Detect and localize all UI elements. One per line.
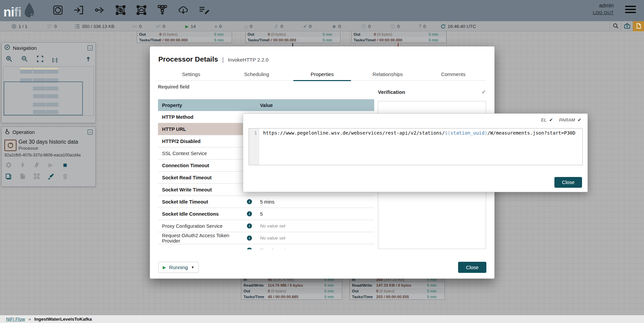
verification-title: Verification — [378, 89, 405, 95]
property-value-editor: EL ✔ PARAM ✔ 1 https://www.pegelonline.w… — [243, 113, 588, 192]
logo-text-ni: ni — [3, 4, 14, 20]
info-icon[interactable]: i — [247, 236, 252, 241]
zoom-actual-icon: |:| — [52, 57, 58, 63]
verification-check-icon: ✔ — [482, 89, 486, 95]
document-icon — [636, 23, 642, 30]
breadcrumb-separator: » — [28, 317, 31, 322]
up-to-date-icon: ✔ — [303, 24, 307, 29]
selected-component-id: 92a2cfb5-407b-337d-8606-eaca100acd4a — [4, 153, 93, 157]
run-state-dropdown[interactable]: ▶ Running ▼ — [158, 262, 199, 273]
stat-label: Tasks/Time — [354, 38, 373, 42]
el-supported-badge: EL ✔ — [541, 117, 553, 122]
tab-properties[interactable]: Properties — [289, 68, 355, 80]
stat-window: 5 min — [323, 38, 338, 42]
stat-label: Tasks/Time — [244, 295, 268, 299]
stat-value: 0 / 00:00:00.000 — [159, 38, 214, 42]
breadcrumb-root-link: NiFi Flow — [6, 317, 25, 322]
check-icon: ✔ — [548, 117, 553, 122]
info-icon[interactable]: i — [247, 199, 252, 204]
configure-icon — [4, 161, 12, 169]
stat-label: Out — [248, 32, 267, 36]
selected-component-type: Processor — [19, 146, 93, 151]
stat-row: Tasks/Time0 / 00:00:00.0005 min — [352, 37, 446, 43]
info-icon[interactable]: i — [247, 223, 252, 228]
stat-row: Out0 (0 bytes)5 min — [352, 31, 446, 37]
minimap-viewport — [4, 81, 83, 115]
stat-window: 5 min — [324, 295, 340, 299]
property-row-clipped[interactable]: iNo value set — [158, 244, 374, 249]
transmitting-count: 0 — [132, 21, 142, 31]
bulletin-panel-button — [633, 21, 644, 31]
nifi-droplet-icon — [21, 2, 37, 20]
stat-window: 5 min — [214, 32, 230, 36]
copy-icon — [4, 172, 12, 180]
required-field-label: Required field — [158, 84, 189, 89]
dialog-close-button[interactable]: Close — [458, 262, 486, 273]
editor-close-button[interactable]: Close — [554, 177, 582, 188]
stat-value: 45 / 00:00:00.885 — [268, 295, 324, 299]
info-icon[interactable]: i — [247, 211, 252, 216]
stat-window: 5 min — [324, 289, 340, 293]
dialog-subtitle: InvokeHTTP 2.2.0 — [228, 57, 268, 63]
cluster-icon — [11, 24, 17, 29]
locally-modified-stale-count: 0 — [390, 21, 400, 31]
not-transmitting-count: 0 — [156, 21, 165, 31]
stat-window: 5 min — [427, 295, 443, 299]
leave-group-icon — [85, 56, 91, 63]
column-value: Value — [256, 103, 273, 108]
run-state-label: Running — [169, 264, 188, 270]
cluster-status: 1 / 1 — [11, 21, 27, 31]
toolbox-icon — [624, 23, 631, 30]
property-row-oauth2-token-provider[interactable]: Request OAuth2 Access Token ProvideriNo … — [158, 232, 374, 244]
info-icon: i — [247, 248, 252, 249]
stat-row: Tasks/Time45 / 00:00:00.8855 min — [242, 294, 342, 299]
pointer-hand-icon — [4, 129, 10, 135]
value-code-editor[interactable]: 1 https://www.pegelonline.wsv.de/webserv… — [249, 128, 583, 165]
stat-window: 5 min — [427, 289, 443, 293]
label-icon — [197, 3, 211, 17]
property-row-socket-idle-connections[interactable]: Socket Idle Connectionsi5 — [158, 208, 374, 220]
breadcrumb: NiFi Flow » IngestWaterLevelsToKafka — [0, 315, 644, 323]
stopped-count: ■0 — [215, 21, 222, 31]
el-close-brace: } — [484, 130, 487, 136]
collapse-operation-icon: – — [88, 130, 93, 135]
stat-value: 147.33 KB / 0 bytes — [376, 283, 427, 287]
tab-settings[interactable]: Settings — [158, 68, 224, 80]
property-row-proxy-configuration-service[interactable]: Proxy Configuration ServiceiNo value set — [158, 220, 374, 232]
birdseye-minimap — [3, 66, 94, 116]
stat-label: Out — [352, 289, 376, 293]
dialog-tabs: Settings Scheduling Properties Relations… — [158, 68, 486, 81]
stat-row: Tasks/Time0 / 00:00:00.0005 min — [137, 37, 232, 43]
enable-icon — [19, 161, 27, 169]
stat-label: Out — [354, 32, 373, 36]
stat-row: Out0 (0 bytes)5 min — [137, 31, 232, 37]
sync-failure-icon: ? — [419, 24, 421, 29]
compass-icon — [4, 44, 10, 51]
zoom-out-icon — [21, 56, 28, 64]
stat-row: Out0 (0 bytes)5 min — [246, 31, 340, 37]
status-bar: 1 / 1 0 350 / 336.13 KB 0 0 ▶14 ■0 △0 0 … — [0, 21, 644, 31]
tab-relationships[interactable]: Relationships — [355, 68, 421, 80]
nifi-app: Out0 (0 bytes)5 min Tasks/Time0 / 00:00:… — [0, 0, 644, 323]
check-icon: ✔ — [576, 117, 581, 122]
operation-panel-title: Operation — [12, 129, 35, 135]
stop-icon: ■ — [61, 161, 69, 169]
stat-window: 5 min — [323, 32, 338, 36]
stale-icon — [361, 24, 366, 29]
property-row-socket-idle-timeout[interactable]: Socket Idle Timeouti5 mins — [158, 196, 374, 208]
tab-comments[interactable]: Comments — [420, 68, 486, 80]
stat-label: Tasks/Time — [352, 295, 376, 299]
stat-row: Read/Write114.75 MB / 0 bytes5 min — [242, 282, 342, 288]
stopped-icon: ■ — [215, 24, 217, 29]
app-header: nifi admin LOG OUT — [0, 0, 644, 21]
input-port-icon — [72, 3, 86, 17]
tab-scheduling[interactable]: Scheduling — [224, 68, 290, 80]
last-refresh: 16:46:40 UTC — [441, 21, 476, 31]
search-icon — [613, 23, 619, 30]
zoom-in-icon — [6, 56, 12, 64]
paste-icon — [19, 172, 27, 180]
collapse-navigation-icon: – — [88, 45, 93, 50]
navigation-panel-title: Navigation — [13, 45, 37, 51]
column-property: Property — [158, 103, 256, 108]
stat-window: 5 min — [214, 38, 230, 42]
